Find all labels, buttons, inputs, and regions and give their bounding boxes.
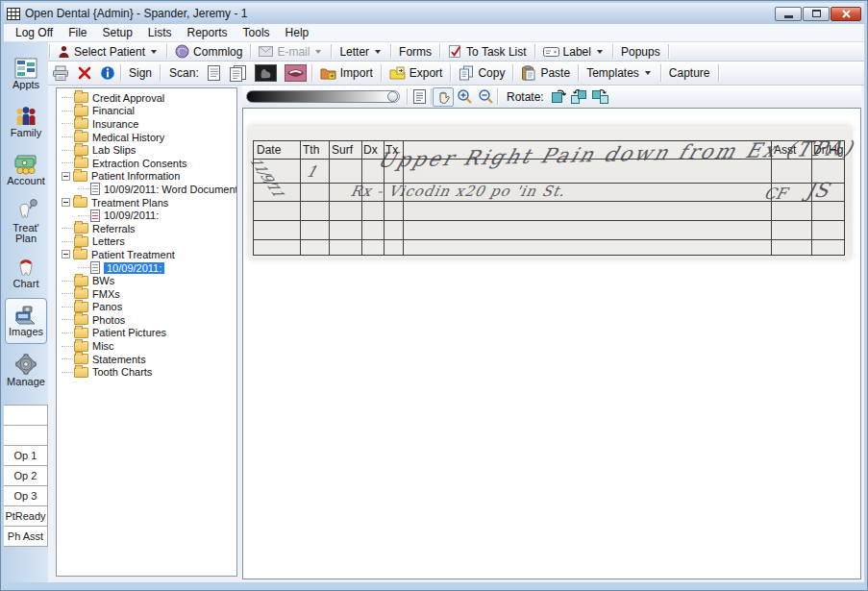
menu-setup[interactable]: Setup: [94, 25, 139, 40]
menu-lists[interactable]: Lists: [140, 25, 180, 40]
rotate-left-button[interactable]: [569, 87, 590, 107]
email-button[interactable]: E-mail: [252, 42, 330, 61]
scan-xray-button[interactable]: [251, 62, 281, 85]
tree-item[interactable]: Extraction Consents: [57, 157, 236, 170]
toolbar-separator: [160, 64, 161, 83]
tree-item[interactable]: Patient Treatment: [57, 248, 236, 261]
tree-item[interactable]: Tooth Charts: [57, 365, 236, 379]
tree-item[interactable]: Photos: [57, 313, 236, 327]
brightness-slider[interactable]: [246, 90, 400, 103]
info-button[interactable]: [96, 62, 119, 85]
toolbar-separator: [578, 64, 579, 83]
menu-reports[interactable]: Reports: [180, 25, 236, 40]
tree-item[interactable]: Medical History: [57, 131, 236, 144]
tree-item-selected[interactable]: 10/09/2011:: [57, 261, 236, 275]
delete-button[interactable]: [73, 62, 96, 85]
operatory-op1[interactable]: Op 1: [4, 445, 48, 466]
menu-file[interactable]: File: [61, 25, 94, 40]
flip-button[interactable]: [548, 87, 569, 107]
sidebar-item-manage[interactable]: Manage: [4, 346, 48, 394]
tree-item[interactable]: Patient Information: [57, 170, 236, 184]
delete-x-icon: [77, 65, 92, 81]
label-button[interactable]: Label: [536, 42, 611, 61]
toolbar-separator: [407, 88, 408, 106]
tree-line: [62, 228, 73, 229]
toolbar-separator: [431, 88, 432, 106]
collapse-icon[interactable]: [62, 172, 70, 181]
slider-thumb[interactable]: [387, 91, 398, 102]
import-button[interactable]: Import: [313, 62, 380, 85]
sidebar-item-appts[interactable]: Appts: [4, 50, 48, 98]
toolbar-separator: [450, 64, 451, 83]
tree-item[interactable]: Credit Approval: [57, 91, 236, 105]
maximize-button[interactable]: [803, 7, 830, 21]
tree-item[interactable]: Lab Slips: [57, 143, 236, 157]
image-viewport[interactable]: Date Tth Surf Dx Tx Asst Dr/Hg 11/9/11 1…: [242, 108, 861, 579]
treatment-plan-document-icon: [90, 209, 100, 222]
operatory-op2[interactable]: Op 2: [4, 465, 48, 486]
tree-item[interactable]: Misc: [57, 339, 236, 353]
toolbar-separator: [612, 44, 613, 59]
document-tree: Credit Approval Financial Insurance Medi…: [56, 87, 237, 577]
tree-item[interactable]: Insurance: [57, 117, 236, 131]
pan-tool-button[interactable]: [433, 87, 454, 107]
view-toolbar: Rotate:: [242, 86, 861, 108]
tree-item[interactable]: 10/09/2011:: [57, 209, 236, 222]
import-label: Import: [340, 66, 373, 80]
collapse-icon[interactable]: [62, 250, 70, 259]
tree-item[interactable]: 10/09/2011: Word Document: [57, 183, 236, 196]
close-button[interactable]: [831, 7, 861, 21]
collapse-icon[interactable]: [62, 198, 70, 207]
crop-select-button[interactable]: [409, 87, 430, 107]
tree-item[interactable]: BWs: [57, 274, 236, 287]
chart-icon: [14, 255, 37, 278]
sidebar-item-treat-plan[interactable]: Treat' Plan: [4, 194, 48, 248]
tree-line: [62, 332, 73, 333]
tree-item[interactable]: Patient Pictures: [57, 327, 236, 340]
forms-button[interactable]: Forms: [392, 42, 438, 61]
commlog-button[interactable]: Commlog: [168, 42, 249, 61]
operatory-op3[interactable]: Op 3: [4, 485, 48, 506]
tree-item[interactable]: Statements: [57, 353, 236, 366]
tree-item[interactable]: Panos: [57, 301, 236, 314]
tree-item[interactable]: Letters: [57, 235, 236, 249]
scan-multi-document-button[interactable]: [225, 62, 251, 85]
letter-button[interactable]: Letter: [333, 42, 389, 61]
tree-item-label: Letters: [92, 235, 125, 247]
scan-photo-button[interactable]: [281, 62, 310, 85]
tree-item-label: Credit Approval: [92, 92, 164, 104]
menu-tools[interactable]: Tools: [236, 25, 278, 40]
popups-button[interactable]: Popups: [614, 42, 667, 61]
sign-button[interactable]: Sign: [122, 62, 159, 85]
scan-document-button[interactable]: [203, 62, 225, 85]
sidebar-item-account[interactable]: Account: [4, 146, 48, 194]
to-task-list-button[interactable]: To Task List: [441, 42, 533, 61]
tree-item[interactable]: Referrals: [57, 222, 236, 235]
paste-button[interactable]: Paste: [514, 62, 577, 85]
tree-item-label: Patient Treatment: [91, 249, 175, 260]
print-button[interactable]: [48, 62, 73, 85]
templates-button[interactable]: Templates: [580, 62, 659, 85]
select-patient-button[interactable]: Select Patient: [51, 42, 165, 61]
zoom-out-button[interactable]: [475, 87, 496, 107]
operatory-phasst[interactable]: Ph Asst: [4, 526, 48, 547]
copy-button[interactable]: Copy: [452, 62, 511, 85]
tree-item[interactable]: Treatment Plans: [57, 196, 236, 209]
menu-help[interactable]: Help: [278, 25, 317, 40]
sidebar-item-chart[interactable]: Chart: [4, 248, 48, 296]
sidebar-item-family[interactable]: Family: [4, 98, 48, 146]
sidebar-item-images[interactable]: Images: [5, 298, 47, 344]
tree-item[interactable]: Financial: [57, 105, 236, 118]
toolbar-separator: [497, 88, 498, 106]
rotate-right-button[interactable]: [590, 87, 611, 107]
operatory-cell-empty[interactable]: [4, 405, 48, 426]
operatory-ptready[interactable]: PtReady: [4, 505, 48, 527]
minimize-button[interactable]: [775, 7, 802, 21]
export-button[interactable]: Export: [383, 62, 450, 85]
menu-log-off[interactable]: Log Off: [8, 25, 61, 40]
zoom-in-button[interactable]: [454, 87, 475, 107]
capture-button[interactable]: Capture: [662, 62, 717, 85]
operatory-cell-empty[interactable]: [4, 425, 48, 446]
tree-item[interactable]: FMXs: [57, 287, 236, 301]
tree-line: [78, 188, 89, 189]
